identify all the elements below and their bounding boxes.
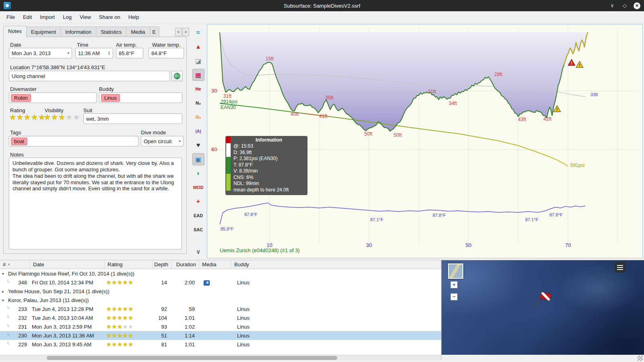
menu-file[interactable]: File (2, 12, 19, 22)
star-icon[interactable]: ★ (17, 113, 24, 122)
maximize-icon[interactable]: ◇ (621, 2, 628, 9)
tag-chip[interactable]: boat (11, 138, 27, 145)
star-icon[interactable]: ★ (58, 113, 66, 122)
map-widget[interactable]: + − (442, 260, 644, 355)
expand-icon[interactable]: ▸ (2, 289, 8, 294)
menu-log[interactable]: Log (59, 12, 76, 22)
tab-media[interactable]: Media (126, 27, 150, 37)
star-icon[interactable]: ★ (24, 113, 31, 122)
air-temp-input[interactable] (116, 48, 143, 58)
divemaster-input[interactable]: Robin (9, 93, 97, 103)
dive-site-flag-marker[interactable] (533, 291, 551, 310)
minimize-icon[interactable]: ∨ (609, 2, 616, 9)
menu-help[interactable]: Help (124, 12, 143, 22)
location-input[interactable] (9, 71, 170, 81)
tissue-heatmap-icon[interactable]: ▦ (192, 69, 204, 81)
tab-statistics[interactable]: Statistics (96, 27, 126, 37)
tab-notes[interactable]: Notes (3, 26, 27, 37)
dive-rating: ★★★★★ (105, 341, 153, 348)
dive-buddy: Linus (231, 324, 441, 330)
show-on-map-button[interactable] (171, 71, 183, 81)
trip-row[interactable]: ▸Yellow House, Sun Sep 21, 2014 (1 dive(… (0, 287, 441, 296)
mod-icon[interactable]: MOD (192, 181, 204, 193)
visibility-stars[interactable]: ★★★★★ (44, 113, 80, 122)
dive-duration: 1:01 (171, 341, 199, 348)
dive-row[interactable]: └233Tue Jun 4, 2013 12:28 PM★★★★★9259Lin… (0, 304, 441, 313)
resize-grip[interactable] (638, 356, 643, 361)
titlebar[interactable]: Subsurface: SampleDivesV2.ssrf ∨ ◇ × (0, 0, 644, 11)
column-header-depth[interactable]: Depth (153, 260, 171, 269)
edit-profile-icon[interactable]: ◗ (192, 167, 204, 179)
media-icon[interactable] (204, 280, 210, 286)
trip-row[interactable]: ▾Koror, Palau, Jun 2013 (11 dive(s)) (0, 296, 441, 304)
map-overview-thumbnail[interactable] (448, 263, 463, 279)
map-zoom-out-button[interactable]: − (450, 293, 458, 300)
close-icon[interactable]: × (634, 2, 640, 9)
dive-row[interactable]: └348Fri Oct 10, 2014 12:34 PM★★★★★142:00… (0, 278, 441, 287)
dive-computer-icon[interactable]: ≈ (192, 27, 204, 39)
map-zoom-in-button[interactable]: + (450, 281, 458, 288)
tab-information[interactable]: Information (60, 27, 96, 37)
pp-he-icon[interactable]: He (192, 83, 204, 95)
buddy-chip[interactable]: Linus (101, 94, 120, 102)
map-menu-button[interactable] (615, 262, 625, 273)
notes-textarea[interactable]: Unbelievable dive. Dozens and dozens of … (9, 158, 182, 249)
rating-stars[interactable]: ★★★★★ (9, 113, 45, 122)
star-icon[interactable]: ★ (51, 113, 58, 122)
menu-edit[interactable]: Edit (19, 12, 36, 22)
divemaster-chip[interactable]: Robin (11, 94, 31, 102)
heart-rate-icon[interactable]: ♥ (192, 139, 204, 151)
tab-equipment[interactable]: Equipment (26, 27, 61, 37)
horizontal-scrollbar[interactable] (0, 355, 442, 360)
spinner-arrows-icon[interactable]: ▲▼ (108, 51, 110, 56)
collapse-icon[interactable]: ▾ (2, 272, 8, 276)
star-icon[interactable]: ★ (73, 113, 80, 122)
suit-input[interactable] (83, 113, 182, 124)
ead-icon[interactable]: EAD (192, 210, 204, 222)
collapse-icon[interactable]: ▾ (2, 298, 8, 302)
column-header-buddy[interactable]: Buddy (231, 260, 441, 269)
tab-e[interactable]: E (150, 27, 159, 37)
column-header-duration[interactable]: Duration (171, 260, 199, 269)
svg-text:60: 60 (211, 146, 217, 152)
star-icon[interactable]: ★ (31, 113, 38, 122)
column-header-media[interactable]: Media (199, 260, 231, 269)
star-icon[interactable]: ★ (44, 113, 51, 122)
dive-row[interactable]: └231Mon Jun 3, 2013 2:59 PM★★★★★931:02Li… (0, 322, 441, 331)
dive-buddy: Linus (231, 333, 441, 339)
svg-text:33ft: 33ft (590, 92, 598, 97)
star-icon[interactable]: ★ (66, 113, 73, 122)
sac-icon[interactable]: SAC (192, 224, 204, 236)
ruler-icon[interactable]: |A| (192, 125, 204, 137)
photos-icon[interactable]: ▣ (192, 153, 204, 165)
menu-share-on[interactable]: Share on (95, 12, 124, 22)
scrollbar-thumb[interactable] (47, 356, 337, 360)
menu-view[interactable]: View (76, 12, 95, 22)
column-header-rating[interactable]: Rating (105, 260, 153, 269)
date-select[interactable]: Mon Jun 3, 2013 ▾ (9, 48, 72, 58)
pressure-graph-icon[interactable]: ▲ (192, 41, 204, 53)
air-temp-label: Air temp. (116, 42, 137, 48)
dive-number: └232 (0, 315, 30, 321)
dive-mode-select[interactable]: Open circuit ▾ (141, 136, 184, 146)
dive-row[interactable]: └229Mon Jun 3, 2013 9:45 AM★★★★★811:01Li… (0, 340, 441, 349)
pp-n2-icon[interactable]: N₂ (192, 97, 204, 109)
star-icon[interactable]: ★ (9, 113, 17, 122)
tags-input[interactable]: boat (9, 136, 138, 146)
column-header-num[interactable]: #∧ (0, 260, 30, 269)
svg-text:41ft: 41ft (319, 113, 328, 119)
tab-scroll-right-button[interactable]: > (182, 28, 189, 36)
dive-row[interactable]: └232Tue Jun 4, 2013 10:04 AM★★★★★1041:01… (0, 313, 441, 322)
ceiling-icon[interactable]: ◪ (192, 55, 204, 67)
dive-row[interactable]: └230Mon Jun 3, 2013 11:36 AM★★★★★511:14L… (0, 331, 441, 340)
column-header-date[interactable]: Date (30, 260, 105, 269)
buddy-input[interactable]: Linus (99, 93, 182, 103)
menu-import[interactable]: Import (36, 12, 59, 22)
water-temp-input[interactable] (149, 48, 184, 58)
trip-row[interactable]: ▾Divi Flamingo House Reef, Fri Oct 10, 2… (0, 269, 441, 278)
deco-icon[interactable]: + (192, 195, 204, 208)
time-spinner[interactable]: 11:36 AM ▲▼ (75, 48, 113, 58)
tab-scroll-left-button[interactable]: < (175, 28, 182, 36)
pp-o2-icon[interactable]: O₂ (192, 111, 204, 123)
collapse-toolbar-icon[interactable]: ∨ (192, 245, 204, 257)
